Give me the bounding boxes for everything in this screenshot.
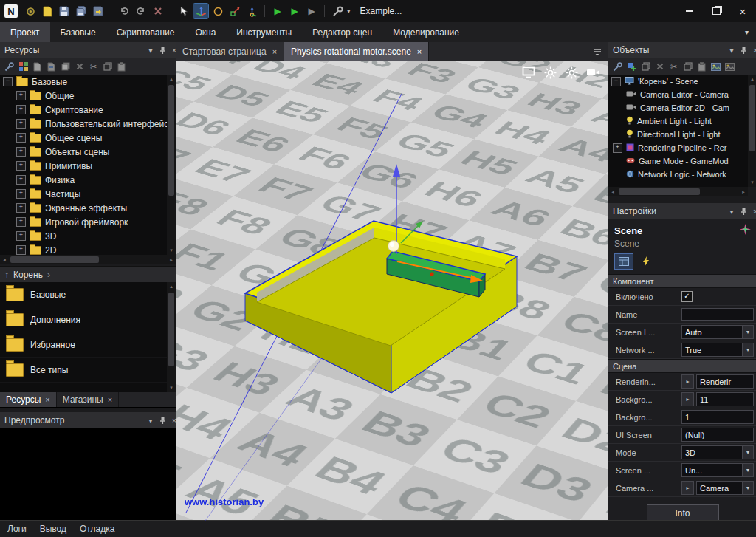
menu-item-windows[interactable]: Окна <box>185 22 226 42</box>
tree-item-scene-root[interactable]: − 'Корень' - Scene <box>608 75 748 88</box>
sun-secondary-icon[interactable] <box>564 66 579 79</box>
new-resource-icon[interactable] <box>31 61 44 73</box>
list-item-basic[interactable]: Базовые <box>0 282 167 307</box>
tree-item[interactable]: Camera Editor - Camera <box>608 88 748 101</box>
tree-item[interactable]: +Физика <box>0 173 167 187</box>
tree-item[interactable]: +Объекты сцены <box>0 145 167 159</box>
tree-item[interactable]: Camera Editor 2D - Cam <box>608 101 748 114</box>
panel-menu-chevron-icon[interactable]: ▾ <box>145 44 157 56</box>
expand-icon[interactable]: + <box>16 203 26 213</box>
expand-icon[interactable]: + <box>16 245 26 255</box>
tree-item[interactable]: +Общее сцены <box>0 131 167 145</box>
restore-button[interactable] <box>703 0 729 22</box>
wrench-icon[interactable] <box>3 61 16 73</box>
screen-label-dropdown[interactable]: Auto▾ <box>681 325 754 339</box>
tree-item[interactable]: +2D <box>0 243 167 255</box>
expand-icon[interactable]: + <box>16 91 26 100</box>
name-field[interactable] <box>681 308 754 321</box>
scroll-up-icon[interactable]: ▴ <box>167 282 176 291</box>
close-icon[interactable]: × <box>749 205 756 217</box>
menu-item-project[interactable]: Проект <box>0 22 50 42</box>
screen-orientation-dropdown[interactable]: Un...▾ <box>681 463 754 477</box>
list-item-favorites[interactable]: Избранное <box>0 332 167 358</box>
tree-item[interactable]: +Пользовательский интерфейс <box>0 117 167 131</box>
tab-events-icon[interactable] <box>636 253 656 270</box>
tree-item[interactable]: +Экранные эффекты <box>0 201 167 215</box>
platform-tools-icon[interactable] <box>330 4 345 18</box>
delete-icon[interactable] <box>151 4 165 18</box>
tree-item[interactable]: +3D <box>0 229 167 243</box>
play-second-icon[interactable]: ▶ <box>287 4 302 18</box>
close-icon[interactable]: × <box>272 47 277 56</box>
scroll-right-icon[interactable]: ▸ <box>739 187 748 196</box>
objects-tree-vscrollbar[interactable]: ▴ ▾ <box>748 75 756 187</box>
tab-start-page[interactable]: Стартовая страница× <box>176 42 284 61</box>
tab-properties-icon[interactable] <box>614 253 633 270</box>
expander-icon[interactable]: ▸ <box>681 481 694 495</box>
resources-tree-vscrollbar[interactable]: ▴ ▾ <box>167 75 176 255</box>
expander-icon[interactable]: ▸ <box>681 374 694 389</box>
tree-item[interactable]: Network Logic - Network <box>608 168 748 181</box>
wrench-icon[interactable] <box>611 61 624 73</box>
pin-icon[interactable] <box>738 44 749 56</box>
menu-item-scripting[interactable]: Скриптование <box>106 22 185 42</box>
display-icon[interactable] <box>521 66 536 79</box>
duplicate-icon[interactable] <box>59 61 72 73</box>
tree-item[interactable]: +Примитивы <box>0 159 167 173</box>
close-icon[interactable]: × <box>749 44 756 56</box>
menu-overflow-chevron-icon[interactable]: ▾ <box>738 22 756 42</box>
background-intensity-field[interactable]: 1 <box>681 410 754 424</box>
expand-icon[interactable]: + <box>16 175 26 185</box>
import-resource-icon[interactable] <box>45 61 58 73</box>
tree-item[interactable]: +Частицы <box>0 187 167 201</box>
menu-item-scene-editor[interactable]: Редактор сцен <box>302 22 382 42</box>
screenshot-icon[interactable] <box>709 61 722 73</box>
tree-item[interactable]: +Общие <box>0 89 167 103</box>
camera-icon[interactable] <box>585 66 600 79</box>
folder-list-vscrollbar[interactable]: ▴ ▾ <box>167 282 176 392</box>
gear-icon[interactable] <box>23 4 38 18</box>
rotate-tool-icon[interactable] <box>210 4 225 18</box>
panel-menu-chevron-icon[interactable]: ▾ <box>726 44 738 56</box>
statusbar-item-output[interactable]: Вывод <box>40 524 66 534</box>
tab-resources[interactable]: Ресурсы× <box>0 392 57 407</box>
scrollbar-thumb[interactable] <box>168 85 174 196</box>
new-document-icon[interactable] <box>40 4 55 18</box>
scroll-left-icon[interactable]: ◂ <box>608 187 617 196</box>
mode-dropdown[interactable]: 3D▾ <box>681 445 754 459</box>
sparkle-icon[interactable] <box>740 224 751 237</box>
select-cursor-icon[interactable] <box>176 4 191 18</box>
menu-item-basic[interactable]: Базовые <box>50 22 106 42</box>
expand-icon[interactable]: + <box>16 217 26 227</box>
objects-tree-hscrollbar[interactable]: ◂ ▸ <box>608 187 748 196</box>
close-button[interactable]: × <box>729 0 756 22</box>
palette-grid-icon[interactable] <box>17 61 30 73</box>
pin-icon[interactable] <box>738 205 749 217</box>
add-component-icon[interactable] <box>625 61 638 73</box>
scroll-up-icon[interactable]: ▴ <box>748 75 756 83</box>
tree-item[interactable]: +Rendering Pipeline - Rer <box>608 141 748 154</box>
info-button[interactable]: Info <box>647 504 719 521</box>
tab-list-icon[interactable] <box>587 42 608 61</box>
list-item-all-types[interactable]: Все типы <box>0 358 167 383</box>
pin-icon[interactable] <box>157 44 168 56</box>
scroll-down-icon[interactable]: ▾ <box>167 383 176 392</box>
picture-icon[interactable] <box>724 61 736 73</box>
tree-item[interactable]: Directional Light - Light <box>608 128 748 141</box>
network-mode-dropdown[interactable]: True▾ <box>681 343 754 357</box>
panel-menu-chevron-icon[interactable]: ▾ <box>145 414 157 426</box>
scrollbar-thumb[interactable] <box>168 293 174 366</box>
move-tool-icon[interactable] <box>193 4 208 18</box>
close-icon[interactable]: × <box>108 395 112 404</box>
tree-item[interactable]: +Скриптование <box>0 103 167 117</box>
pin-icon[interactable] <box>157 414 168 426</box>
rendering-pipeline-button[interactable]: Renderir <box>696 374 754 389</box>
scroll-down-icon[interactable]: ▾ <box>748 178 756 187</box>
scrollbar-thumb[interactable] <box>10 256 99 263</box>
expand-icon[interactable]: + <box>16 231 26 241</box>
tab-scene[interactable]: Physics rotational motor.scene× <box>284 42 429 61</box>
camera-dropdown[interactable]: Camera▾ <box>696 481 754 495</box>
menu-item-tools[interactable]: Инструменты <box>226 22 302 42</box>
expand-icon[interactable]: + <box>613 143 622 153</box>
scrollbar-thumb[interactable] <box>749 85 755 151</box>
